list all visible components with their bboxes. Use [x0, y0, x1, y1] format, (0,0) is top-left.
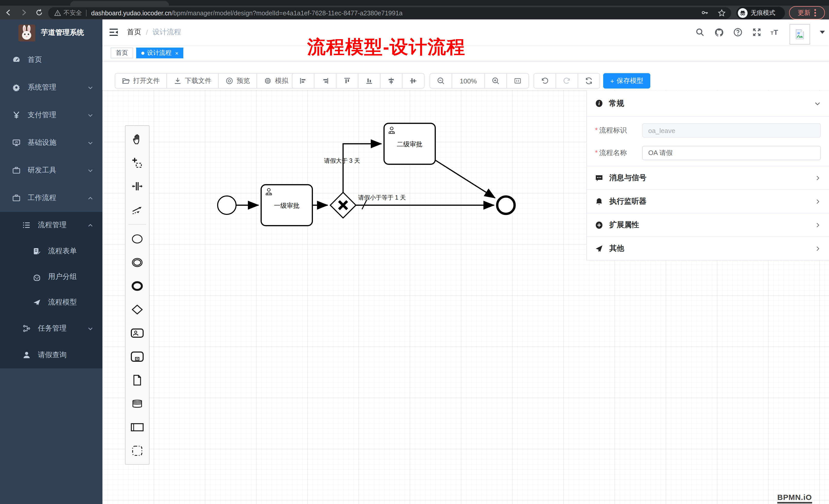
sidebar-item-infrastructure[interactable]: 基础设施 [0, 129, 102, 157]
app-logo-row[interactable]: 芋道管理系统 [0, 20, 102, 46]
download-file-button[interactable]: 下载文件 [167, 73, 219, 88]
avatar-caret-icon[interactable] [820, 31, 825, 34]
align-bottom-button[interactable] [358, 73, 381, 88]
sidebar-item-task-management[interactable]: 任务管理 [0, 315, 102, 342]
align-right-button[interactable] [314, 73, 336, 88]
create-subprocess-icon[interactable] [125, 345, 149, 369]
page-root: 不安全 dashboard.yudao.iocoder.cn/bpm/manag… [0, 0, 829, 504]
chevron-down-icon[interactable] [814, 100, 821, 107]
kebab-menu-icon[interactable] [814, 9, 816, 17]
start-event[interactable] [218, 196, 236, 215]
redo-button[interactable] [556, 73, 578, 88]
sidebar-item-leave-query[interactable]: 请假查询 [0, 342, 102, 369]
passwords-key-icon[interactable] [700, 9, 709, 17]
github-icon[interactable] [714, 27, 724, 37]
flow-label-gt3: 请假大于 3 天 [324, 157, 360, 164]
section-execution-listeners[interactable]: 执行监听器 [587, 189, 829, 213]
briefcase-icon [12, 194, 21, 202]
chevron-down-icon [87, 85, 93, 90]
bpmn-canvas[interactable]: 一级审批 二级审批 请假大于 3 天 请假小于等于 1 天 BPMN.iO [102, 90, 829, 504]
sidebar-item-process-model[interactable]: 流程模型 [0, 289, 102, 315]
create-data-store-icon[interactable] [125, 392, 149, 416]
zoom-fit-button[interactable] [507, 73, 529, 88]
create-intermediate-event-icon[interactable] [125, 251, 149, 274]
zoom-out-button[interactable] [430, 73, 452, 88]
preview-button[interactable]: 预览 [219, 73, 257, 88]
send-icon [595, 244, 603, 253]
open-file-button[interactable]: 打开文件 [115, 73, 167, 88]
align-center-horizontal-button[interactable] [402, 73, 425, 88]
search-icon[interactable] [695, 27, 705, 37]
sidebar-item-process-management[interactable]: 流程管理 [0, 212, 102, 238]
sidebar-item-user-group[interactable]: 用户分组 [0, 264, 102, 289]
exclusive-gateway[interactable] [330, 192, 356, 218]
sidebar-item-home[interactable]: 首页 [0, 46, 102, 74]
fullscreen-icon[interactable] [752, 27, 762, 37]
browser-tab[interactable] [70, 1, 169, 6]
sidebar-item-label: 流程管理 [38, 221, 67, 230]
create-end-event-icon[interactable] [125, 274, 149, 298]
process-key-input[interactable] [642, 123, 821, 138]
flow-task2-to-end[interactable] [435, 160, 495, 198]
space-tool-icon[interactable] [125, 175, 149, 198]
person-icon [23, 351, 31, 359]
reload-icon[interactable] [34, 7, 44, 18]
bpmn-io-logo[interactable]: BPMN.iO [777, 493, 812, 503]
breadcrumb: 首页 / 设计流程 [127, 20, 181, 45]
sidebar-item-process-form[interactable]: 流程表单 [0, 238, 102, 264]
update-label[interactable]: 更新 [798, 8, 810, 17]
tab-design-process[interactable]: 设计流程 × [136, 48, 184, 58]
create-participant-icon[interactable] [125, 416, 149, 439]
section-messages-signals[interactable]: 消息与信号 [587, 166, 829, 189]
tab-home[interactable]: 首页 [111, 48, 133, 58]
section-extended-properties[interactable]: 扩展属性 [587, 213, 829, 236]
section-others[interactable]: 其他 [587, 236, 829, 260]
breadcrumb-separator: / [146, 28, 148, 36]
incognito-badge[interactable]: 无痕模式 [736, 7, 785, 20]
create-user-task-icon[interactable] [125, 321, 149, 345]
create-start-event-icon[interactable] [125, 227, 149, 251]
download-file-label: 下载文件 [185, 76, 212, 85]
browser-update-button[interactable]: 更新 [789, 6, 825, 20]
reset-button[interactable] [578, 73, 600, 88]
task2-label: 二级审批 [397, 141, 423, 148]
user-task-level1[interactable]: 一级审批 [261, 185, 312, 226]
bookmark-star-icon[interactable] [717, 9, 726, 17]
align-center-vertical-button[interactable] [381, 73, 402, 88]
url-bar[interactable]: 不安全 dashboard.yudao.iocoder.cn/bpm/manag… [48, 7, 731, 19]
back-icon[interactable] [3, 7, 13, 18]
forward-icon[interactable] [19, 7, 29, 18]
form-edit-icon [33, 247, 41, 255]
zoom-level[interactable]: 100% [452, 73, 485, 88]
save-model-button[interactable]: + 保存模型 [603, 73, 650, 88]
chevron-down-icon [87, 112, 93, 118]
sidebar-item-system[interactable]: 系统管理 [0, 74, 102, 101]
process-name-input[interactable] [642, 146, 821, 160]
global-connect-tool-icon[interactable] [125, 198, 149, 222]
flow-gateway-to-task2[interactable] [343, 144, 382, 192]
sidebar-item-devtools[interactable]: 研发工具 [0, 157, 102, 184]
user-task-level2[interactable]: 二级审批 [384, 123, 435, 164]
close-icon[interactable]: × [175, 50, 178, 56]
general-section-header[interactable]: i 常规 [587, 90, 829, 116]
align-left-button[interactable] [292, 73, 314, 88]
create-gateway-icon[interactable] [125, 298, 149, 321]
simulate-button[interactable]: 模拟 [257, 73, 295, 88]
end-event[interactable] [497, 196, 515, 214]
create-group-icon[interactable] [125, 439, 149, 463]
help-icon[interactable] [733, 27, 743, 37]
sidebar-item-payment[interactable]: 支付管理 [0, 101, 102, 129]
security-label[interactable]: 不安全 [64, 9, 82, 17]
avatar[interactable] [790, 24, 810, 44]
hand-tool-icon[interactable] [125, 127, 149, 151]
zoom-in-button[interactable] [485, 73, 507, 88]
breadcrumb-home[interactable]: 首页 [127, 28, 141, 37]
create-data-object-icon[interactable] [125, 369, 149, 392]
lasso-tool-icon[interactable] [125, 151, 149, 175]
font-size-icon[interactable]: TT [771, 27, 781, 37]
sidebar-collapse-icon[interactable] [109, 27, 119, 37]
plus-icon: + [610, 77, 614, 85]
undo-button[interactable] [534, 73, 556, 88]
sidebar-item-workflow[interactable]: 工作流程 [0, 184, 102, 212]
align-top-button[interactable] [336, 73, 358, 88]
